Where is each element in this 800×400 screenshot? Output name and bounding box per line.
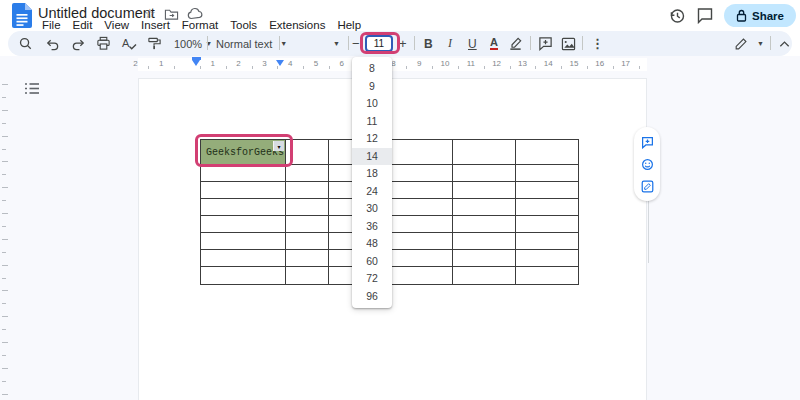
- table-cell-r7c0[interactable]: [201, 267, 286, 285]
- table-cell-r7c5[interactable]: [516, 267, 579, 285]
- paint-format-icon[interactable]: [147, 31, 162, 56]
- table-cell-r0c5[interactable]: [516, 140, 579, 165]
- font-size-option-18[interactable]: 18: [352, 165, 392, 183]
- table-cell-r6c5[interactable]: [516, 250, 579, 267]
- table-cell-r2c1[interactable]: [286, 182, 329, 199]
- underline-button[interactable]: U: [468, 31, 477, 56]
- ruler-tick: [2, 149, 6, 150]
- table-cell-r4c5[interactable]: [516, 216, 579, 233]
- font-size-option-14[interactable]: 14: [352, 148, 392, 166]
- table-cell-r7c4[interactable]: [453, 267, 516, 285]
- ruler-tick: [2, 355, 6, 356]
- ruler-tick: [639, 66, 640, 69]
- table-cell-r5c3[interactable]: [390, 233, 453, 250]
- table-cell-r4c4[interactable]: [453, 216, 516, 233]
- table-cell-r3c3[interactable]: [390, 199, 453, 216]
- font-size-option-72[interactable]: 72: [352, 270, 392, 288]
- table-cell-r7c1[interactable]: [286, 267, 329, 285]
- font-select[interactable]: ▼: [330, 31, 340, 56]
- font-size-option-96[interactable]: 96: [352, 288, 392, 306]
- cell-dropdown-arrow-icon[interactable]: ▾: [273, 141, 284, 151]
- font-size-option-12[interactable]: 12: [352, 130, 392, 148]
- search-icon[interactable]: [18, 31, 33, 56]
- text-color-button[interactable]: A: [490, 37, 498, 50]
- spellcheck-icon[interactable]: A: [121, 31, 137, 56]
- divider: [207, 36, 208, 50]
- page-edge-line: [648, 201, 649, 263]
- styles-select[interactable]: Normal text▼: [216, 31, 287, 56]
- table-cell-r3c0[interactable]: [201, 199, 286, 216]
- table-cell-r2c4[interactable]: [453, 182, 516, 199]
- divider: [348, 36, 349, 50]
- table-cell-r1c0[interactable]: [201, 165, 286, 182]
- table-cell-r2c5[interactable]: [516, 182, 579, 199]
- table-cell-r0c4[interactable]: [453, 140, 516, 165]
- hide-menus-icon[interactable]: [778, 31, 791, 56]
- table-cell-r3c1[interactable]: [286, 199, 329, 216]
- open-comments-icon[interactable]: [696, 7, 714, 24]
- font-size-option-48[interactable]: 48: [352, 235, 392, 253]
- table-cell-r5c4[interactable]: [453, 233, 516, 250]
- first-line-indent-marker[interactable]: [192, 57, 201, 60]
- ruler-tick: [2, 278, 6, 279]
- editing-mode-icon[interactable]: [734, 31, 748, 56]
- add-comment-icon[interactable]: [641, 136, 654, 149]
- show-outline-icon[interactable]: [24, 82, 40, 95]
- font-size-option-36[interactable]: 36: [352, 218, 392, 236]
- table-cell-r4c0[interactable]: [201, 216, 286, 233]
- font-size-option-9[interactable]: 9: [352, 78, 392, 96]
- table-cell-r7c3[interactable]: [390, 267, 453, 285]
- google-docs-logo[interactable]: [12, 3, 32, 28]
- table-cell-r1c4[interactable]: [453, 165, 516, 182]
- table-cell-r3c4[interactable]: [453, 199, 516, 216]
- toolbar: A 100%▼ Normal text▼ ▼ − 11 + B I U A: [8, 31, 792, 56]
- redo-icon[interactable]: [71, 31, 86, 56]
- ruler-tick: [613, 66, 614, 69]
- share-button[interactable]: Share: [724, 4, 796, 27]
- table-cell-r6c4[interactable]: [453, 250, 516, 267]
- ruler-tick: [2, 84, 8, 85]
- table-cell-r6c3[interactable]: [390, 250, 453, 267]
- ruler-tick: [587, 66, 588, 69]
- font-size-input[interactable]: 11: [365, 35, 393, 52]
- font-size-option-11[interactable]: 11: [352, 113, 392, 131]
- chevron-down-icon[interactable]: ▼: [757, 31, 764, 56]
- table-cell-r1c3[interactable]: [390, 165, 453, 182]
- suggest-edits-icon[interactable]: [641, 180, 654, 193]
- table-cell-r0c1[interactable]: [286, 140, 329, 165]
- emoji-reaction-icon[interactable]: [641, 158, 654, 171]
- font-size-option-60[interactable]: 60: [352, 253, 392, 271]
- table-cell-r1c1[interactable]: [286, 165, 329, 182]
- table-cell-r5c5[interactable]: [516, 233, 579, 250]
- undo-icon[interactable]: [45, 31, 60, 56]
- increase-font-size-button[interactable]: +: [399, 31, 407, 56]
- ruler-number: 14: [543, 59, 553, 68]
- font-size-option-24[interactable]: 24: [352, 183, 392, 201]
- table-cell-r1c5[interactable]: [516, 165, 579, 182]
- font-size-option-30[interactable]: 30: [352, 200, 392, 218]
- add-comment-icon[interactable]: [538, 31, 553, 56]
- table-cell-r5c0[interactable]: [201, 233, 286, 250]
- table-cell-r0c3[interactable]: [390, 140, 453, 165]
- table-cell-r2c3[interactable]: [390, 182, 453, 199]
- more-options-icon[interactable]: ⋮: [591, 31, 604, 56]
- table-cell-r4c1[interactable]: [286, 216, 329, 233]
- insert-image-icon[interactable]: [561, 31, 576, 56]
- table-cell-r0c0[interactable]: GeeksforGeeks▾: [201, 140, 286, 165]
- table-cell-r2c0[interactable]: [201, 182, 286, 199]
- highlight-color-icon[interactable]: [508, 31, 523, 56]
- bold-button[interactable]: B: [424, 31, 433, 56]
- font-size-option-8[interactable]: 8: [352, 60, 392, 78]
- decrease-font-size-button[interactable]: −: [352, 31, 360, 56]
- italic-button[interactable]: I: [448, 31, 452, 56]
- table-cell-r6c0[interactable]: [201, 250, 286, 267]
- version-history-icon[interactable]: [668, 7, 686, 25]
- indent-marker-left[interactable]: [192, 60, 200, 66]
- table-cell-r5c1[interactable]: [286, 233, 329, 250]
- table-cell-r6c1[interactable]: [286, 250, 329, 267]
- table-cell-r3c5[interactable]: [516, 199, 579, 216]
- font-size-option-10[interactable]: 10: [352, 95, 392, 113]
- indent-marker-right[interactable]: [276, 60, 284, 66]
- print-icon[interactable]: [96, 31, 111, 56]
- table-cell-r4c3[interactable]: [390, 216, 453, 233]
